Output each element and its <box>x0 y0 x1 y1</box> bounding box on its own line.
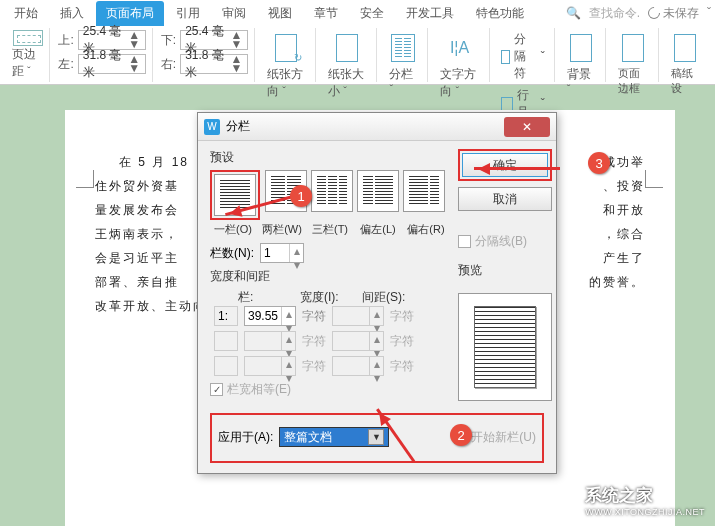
preset-label: 三栏(T) <box>308 222 352 237</box>
margin-right-input[interactable]: 31.8 毫米▲▼ <box>180 54 248 74</box>
apply-to-label: 应用于(A): <box>218 429 273 446</box>
tab-dev[interactable]: 开发工具 <box>396 1 464 26</box>
unit-label: 字符 <box>390 308 414 325</box>
search-input[interactable]: 查找命令. <box>589 5 640 22</box>
tab-ref[interactable]: 引用 <box>166 1 210 26</box>
preview-page-icon <box>474 306 536 388</box>
annotation-badge-1: 1 <box>290 185 312 207</box>
toolbar: 页边距 ˇ 上:25.4 毫米▲▼ 左:31.8 毫米▲▼ 下:25.4 毫米▲… <box>0 26 715 84</box>
columns-button[interactable]: 分栏 ˇ <box>385 30 421 97</box>
tab-feature[interactable]: 特色功能 <box>466 1 534 26</box>
breaks-button[interactable]: 分隔符 ˇ <box>498 30 548 83</box>
dialog-titlebar[interactable]: W 分栏 ✕ <box>198 113 556 141</box>
col-num-display: 1: <box>214 306 238 326</box>
text-direction-button[interactable]: I¦A文字方向 ˇ <box>436 30 482 102</box>
lineno-icon <box>501 97 513 111</box>
page-size-button[interactable]: 纸张大小 ˇ <box>324 30 370 102</box>
annotation-badge-3: 3 <box>588 152 610 174</box>
margins-button[interactable]: 页边距 ˇ <box>12 46 43 80</box>
manuscript-button[interactable]: 稿纸设 <box>667 30 703 98</box>
page-icon <box>336 34 358 62</box>
spinner-icon[interactable]: ▲▼ <box>231 31 244 49</box>
tab-review[interactable]: 审阅 <box>212 1 256 26</box>
spinner-icon[interactable]: ▴▾ <box>289 244 303 262</box>
spacing-input: ▴▾ <box>332 356 384 376</box>
annotation-arrow <box>474 167 560 170</box>
cloud-icon <box>646 5 663 22</box>
dropdown-icon[interactable]: ˇ <box>707 6 711 20</box>
tab-view[interactable]: 视图 <box>258 1 302 26</box>
width-header: 宽度(I): <box>300 289 356 306</box>
preset-label: 偏左(L) <box>356 222 400 237</box>
page-icon <box>275 34 297 62</box>
annotation-badge-2: 2 <box>450 424 472 446</box>
preset-label: 一栏(O) <box>210 222 256 237</box>
margin-left-input[interactable]: 31.8 毫米▲▼ <box>78 54 146 74</box>
spacing-input: ▴▾ <box>332 331 384 351</box>
preset-three-columns[interactable] <box>311 170 353 212</box>
margin-corner <box>76 170 94 188</box>
margin-bottom-label: 下: <box>161 32 176 49</box>
spinner-icon[interactable]: ▲▼ <box>128 31 141 49</box>
margin-left-label: 左: <box>58 56 73 73</box>
width-input[interactable]: 39.55▴▾ <box>244 306 296 326</box>
spacing-input: ▴▾ <box>332 306 384 326</box>
orientation-button[interactable]: 纸张方向 ˇ <box>263 30 309 102</box>
col-num-display <box>214 331 238 351</box>
spinner-icon[interactable]: ▲▼ <box>128 55 141 73</box>
watermark-logo-icon <box>539 482 579 518</box>
ribbon: 开始 插入 页面布局 引用 审阅 视图 章节 安全 开发工具 特色功能 🔍 查找… <box>0 0 715 85</box>
unit-label: 字符 <box>302 308 326 325</box>
presets-label: 预设 <box>210 149 448 166</box>
bg-icon <box>570 34 592 62</box>
tab-security[interactable]: 安全 <box>350 1 394 26</box>
tab-chapter[interactable]: 章节 <box>304 1 348 26</box>
margin-right-label: 右: <box>161 56 176 73</box>
margin-corner <box>645 170 663 188</box>
preset-label: 两栏(W) <box>260 222 304 237</box>
preset-right[interactable] <box>403 170 445 212</box>
dialog-title: 分栏 <box>226 118 250 135</box>
spacing-header: 间距(S): <box>362 289 418 306</box>
num-columns-input[interactable]: 1▴▾ <box>260 243 304 263</box>
paper-icon <box>674 34 696 62</box>
col-header: 栏: <box>238 289 294 306</box>
search-icon[interactable]: 🔍 <box>566 6 581 20</box>
text-dir-icon: I¦A <box>447 34 473 62</box>
border-icon <box>622 34 644 62</box>
width-spacing-label: 宽度和间距 <box>210 268 448 285</box>
num-columns-label: 栏数(N): <box>210 245 254 262</box>
margins-icon[interactable] <box>13 30 43 46</box>
background-button[interactable]: 背景 ˇ <box>563 30 599 97</box>
divider-checkbox: 分隔线(B) <box>458 233 552 250</box>
chevron-down-icon[interactable]: ▼ <box>368 429 384 445</box>
tab-start[interactable]: 开始 <box>4 1 48 26</box>
width-input: ▴▾ <box>244 356 296 376</box>
width-input: ▴▾ <box>244 331 296 351</box>
tab-layout[interactable]: 页面布局 <box>96 1 164 26</box>
margin-top-label: 上: <box>58 32 73 49</box>
preset-left[interactable] <box>357 170 399 212</box>
apply-to-combo[interactable]: 整篇文档▼ <box>279 427 389 447</box>
cancel-button[interactable]: 取消 <box>458 187 552 211</box>
page-border-button[interactable]: 页面边框 <box>614 30 652 98</box>
close-button[interactable]: ✕ <box>504 117 550 137</box>
spinner-icon[interactable]: ▲▼ <box>231 55 244 73</box>
equal-width-checkbox: ✓栏宽相等(E) <box>210 381 448 398</box>
spinner-icon[interactable]: ▴▾ <box>281 307 295 325</box>
tab-insert[interactable]: 插入 <box>50 1 94 26</box>
col-num-display <box>214 356 238 376</box>
preview-box <box>458 293 552 401</box>
app-icon: W <box>204 119 220 135</box>
unsaved-indicator[interactable]: 未保存 <box>648 5 699 22</box>
preset-label: 偏右(R) <box>404 222 448 237</box>
break-icon <box>501 50 511 64</box>
preview-label: 预览 <box>458 262 552 279</box>
watermark: 系统之家WWW.XITONGZHIJIA.NET <box>539 482 705 518</box>
columns-icon <box>391 34 415 62</box>
